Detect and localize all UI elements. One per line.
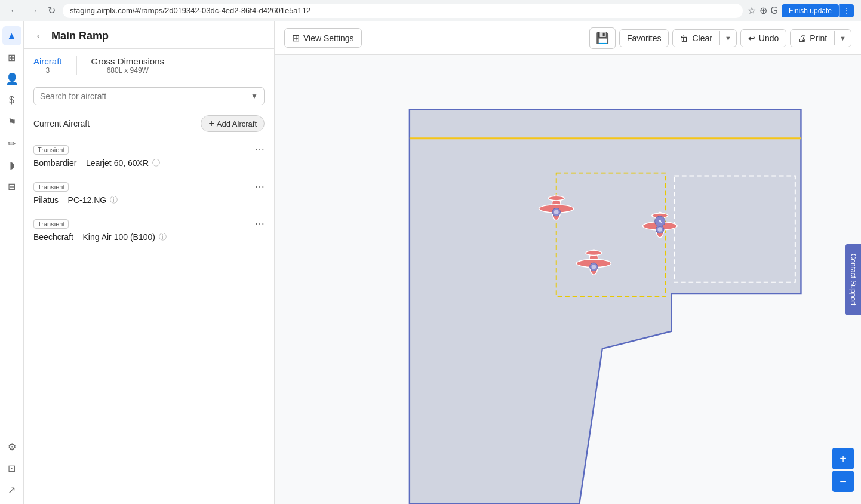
add-aircraft-button[interactable]: + Add Aircraft xyxy=(201,115,265,132)
sidebar-icon-dollar[interactable]: $ xyxy=(2,91,21,110)
view-settings-label: View Settings xyxy=(303,33,354,43)
view-settings-button[interactable]: ⊞ View Settings xyxy=(284,28,362,48)
info-icon[interactable]: ⓘ xyxy=(159,232,167,242)
clear-icon: 🗑 xyxy=(680,33,688,43)
aircraft-section: Current Aircraft + Add Aircraft xyxy=(24,110,274,137)
add-aircraft-label: Add Aircraft xyxy=(217,119,257,128)
back-nav-button[interactable]: ← xyxy=(7,4,21,17)
sidebar-icon-flag[interactable]: ⚑ xyxy=(2,112,21,131)
sidebar-icon-settings[interactable]: ⚙ xyxy=(2,437,21,456)
aircraft-name: Bombardier – Learjet 60, 60XR ⓘ xyxy=(33,158,265,168)
reload-button[interactable]: ↻ xyxy=(45,4,58,17)
main-content: ⊞ View Settings 💾 Favorites 🗑 Clear ▼ xyxy=(275,21,861,504)
left-panel: ← Main Ramp Aircraft 3 Gross Dimensions … xyxy=(24,21,275,504)
aircraft-item: Transient ⋯ Pilatus – PC-12,NG ⓘ xyxy=(24,176,274,213)
favorites-button-group: Favorites xyxy=(619,29,669,47)
panel-header: ← Main Ramp xyxy=(24,21,274,49)
browser-bar: ← → ↻ ☆ ⊕ G Finish update ⋮ xyxy=(0,0,861,21)
transient-badge: Transient xyxy=(33,145,69,155)
print-dropdown-button[interactable]: ▼ xyxy=(834,31,851,45)
transient-badge: Transient xyxy=(33,219,69,229)
search-input[interactable] xyxy=(40,91,247,101)
back-button[interactable]: ← xyxy=(33,29,47,44)
svg-point-6 xyxy=(548,196,564,201)
svg-point-18 xyxy=(586,251,602,256)
contact-support-button[interactable]: Contact Support xyxy=(845,244,861,315)
aircraft-name: Beechcraft – King Air 100 (B100) ⓘ xyxy=(33,232,265,242)
url-bar[interactable] xyxy=(63,4,743,18)
finish-update-more-button[interactable]: ⋮ xyxy=(839,4,854,17)
sidebar-icon-tag[interactable]: ◗ xyxy=(2,155,21,174)
search-container: ▼ xyxy=(24,82,274,110)
save-icon: 💾 xyxy=(596,32,609,45)
tab-aircraft-label: Aircraft xyxy=(33,56,62,66)
clear-button-group: 🗑 Clear ▼ xyxy=(672,29,736,47)
tab-gross-dims[interactable]: Gross Dimensions 680L x 949W xyxy=(91,54,165,77)
forward-nav-button[interactable]: → xyxy=(26,4,41,17)
svg-point-8 xyxy=(554,210,559,214)
aircraft-more-button[interactable]: ⋯ xyxy=(255,144,265,155)
account-button[interactable]: G xyxy=(771,5,778,16)
map-area[interactable]: A Contact Support + − xyxy=(275,55,861,504)
clear-main-button[interactable]: 🗑 Clear xyxy=(673,30,719,47)
save-button[interactable]: 💾 xyxy=(589,27,616,49)
aircraft-item: Transient ⋯ Bombardier – Learjet 60, 60X… xyxy=(24,139,274,176)
ramp-svg: A xyxy=(275,55,861,504)
browser-actions: ☆ ⊕ G Finish update ⋮ xyxy=(748,4,854,17)
add-icon: + xyxy=(208,118,214,129)
sidebar-icon-layers[interactable]: ⊞ xyxy=(2,48,21,67)
panel-tabs: Aircraft 3 Gross Dimensions 680L x 949W xyxy=(24,49,274,82)
clear-label: Clear xyxy=(692,33,712,43)
aircraft-item: Transient ⋯ Beechcraft – King Air 100 (B… xyxy=(24,213,274,250)
panel-title: Main Ramp xyxy=(51,30,109,42)
undo-main-button[interactable]: ↩ Undo xyxy=(741,30,786,47)
sidebar-icon-file[interactable]: ⊡ xyxy=(2,459,21,478)
info-icon[interactable]: ⓘ xyxy=(110,195,118,205)
print-button-group: 🖨 Print ▼ xyxy=(790,29,851,47)
zoom-in-button[interactable]: + xyxy=(832,448,854,469)
sidebar-icon-filter[interactable]: ⊟ xyxy=(2,177,21,196)
current-aircraft-label: Current Aircraft xyxy=(33,119,90,128)
view-settings-icon: ⊞ xyxy=(292,32,300,44)
search-input-wrap: ▼ xyxy=(33,87,265,105)
aircraft-name: Pilatus – PC-12,NG ⓘ xyxy=(33,195,265,205)
extensions-button[interactable]: ⊕ xyxy=(759,5,767,16)
aircraft-item-header: Transient ⋯ xyxy=(33,144,265,155)
svg-point-13 xyxy=(657,227,662,232)
undo-label: Undo xyxy=(759,33,779,43)
sidebar-icon-edit[interactable]: ✏ xyxy=(2,134,21,153)
zoom-out-button[interactable]: − xyxy=(832,471,854,492)
icon-sidebar: ▲ ⊞ 👤 $ ⚑ ✏ ◗ ⊟ ⚙ ⊡ ↗ xyxy=(0,21,24,504)
print-icon: 🖨 xyxy=(798,33,806,43)
aircraft-name-text: Bombardier – Learjet 60, 60XR xyxy=(33,158,149,168)
favorites-main-button[interactable]: Favorites xyxy=(620,30,669,47)
tab-gross-dims-value: 680L x 949W xyxy=(107,66,149,75)
svg-point-20 xyxy=(592,265,596,269)
zoom-controls: + − xyxy=(832,448,854,492)
toolbar-left: ⊞ View Settings xyxy=(284,28,362,48)
sidebar-icon-expand[interactable]: ↗ xyxy=(2,480,21,499)
tab-gross-dims-label: Gross Dimensions xyxy=(91,56,165,66)
sidebar-icon-user[interactable]: 👤 xyxy=(2,69,21,88)
tab-divider xyxy=(76,56,77,75)
undo-button-group: ↩ Undo xyxy=(740,29,786,47)
transient-badge: Transient xyxy=(33,182,69,192)
clear-dropdown-button[interactable]: ▼ xyxy=(719,31,736,45)
aircraft-more-button[interactable]: ⋯ xyxy=(255,181,265,192)
svg-text:A: A xyxy=(658,219,662,225)
aircraft-item-header: Transient ⋯ xyxy=(33,181,265,192)
print-main-button[interactable]: 🖨 Print xyxy=(791,30,834,47)
aircraft-list: Transient ⋯ Bombardier – Learjet 60, 60X… xyxy=(24,137,274,504)
info-icon[interactable]: ⓘ xyxy=(152,158,160,168)
aircraft-more-button[interactable]: ⋯ xyxy=(255,218,265,229)
tab-aircraft[interactable]: Aircraft 3 xyxy=(33,54,62,77)
finish-update-button[interactable]: Finish update xyxy=(782,4,839,17)
tab-aircraft-count: 3 xyxy=(45,66,50,75)
bookmark-button[interactable]: ☆ xyxy=(748,5,756,16)
search-dropdown-button[interactable]: ▼ xyxy=(251,92,258,100)
toolbar-right: 💾 Favorites 🗑 Clear ▼ ↩ Undo xyxy=(589,27,851,49)
top-toolbar: ⊞ View Settings 💾 Favorites 🗑 Clear ▼ xyxy=(275,21,861,55)
undo-icon: ↩ xyxy=(748,33,755,43)
aircraft-item-header: Transient ⋯ xyxy=(33,218,265,229)
sidebar-icon-map[interactable]: ▲ xyxy=(2,26,21,45)
